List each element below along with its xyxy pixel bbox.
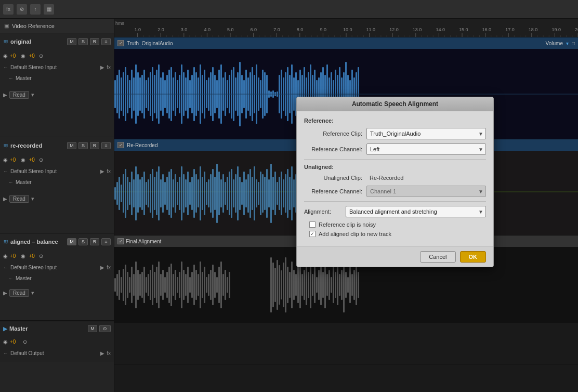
svg-rect-142 [152, 169, 153, 218]
svg-rect-272 [175, 270, 176, 300]
svg-rect-128 [123, 174, 124, 213]
svg-rect-296 [225, 270, 226, 300]
track1-r-button[interactable]: R [90, 38, 99, 45]
track3-menu-button[interactable]: ≡ [101, 238, 111, 245]
svg-rect-257 [143, 267, 145, 303]
svg-rect-191 [254, 166, 255, 220]
svg-rect-287 [206, 277, 207, 293]
track1-read-dropdown[interactable]: ▾ [31, 92, 34, 98]
svg-rect-279 [189, 277, 191, 293]
svg-rect-203 [279, 177, 280, 210]
svg-rect-153 [175, 174, 176, 213]
ok-button[interactable]: OK [460, 251, 487, 263]
svg-rect-147 [162, 174, 164, 213]
reference-channel-dropdown[interactable]: Left ▼ [366, 143, 486, 155]
alignment-dropdown-arrow: ▼ [478, 209, 483, 215]
reference-clip-dropdown[interactable]: Truth_OriginalAudio ▼ [366, 128, 486, 139]
auto-icon[interactable]: ⊘ [17, 4, 27, 15]
svg-rect-301 [274, 268, 276, 302]
svg-rect-199 [270, 164, 272, 223]
track2-name: re-recorded [10, 142, 65, 149]
svg-rect-274 [179, 272, 180, 298]
track1-name: original [10, 38, 65, 45]
track1-volume: +0 [10, 53, 16, 59]
svg-rect-293 [218, 267, 220, 303]
alignment-dropdown[interactable]: Balanced alignment and stretching ▼ [346, 206, 486, 217]
svg-rect-289 [210, 270, 212, 300]
svg-rect-338 [351, 274, 353, 296]
svg-rect-259 [148, 274, 149, 296]
svg-rect-313 [299, 262, 301, 308]
track1-m-button[interactable]: M [67, 38, 76, 45]
svg-rect-283 [198, 274, 199, 296]
svg-rect-275 [181, 262, 182, 308]
svg-rect-196 [264, 177, 266, 210]
track1-input-arrow[interactable]: ▶ [100, 64, 104, 70]
svg-rect-261 [152, 265, 153, 305]
svg-rect-136 [139, 179, 141, 207]
meter-icon[interactable]: ▦ [44, 4, 54, 15]
track3-read-button[interactable]: Read [9, 289, 29, 297]
cancel-button[interactable]: Cancel [420, 251, 455, 263]
master-track-area [114, 323, 578, 364]
noisy-checkbox-label: Reference clip is noisy [319, 221, 376, 228]
noisy-checkbox[interactable] [309, 221, 316, 228]
track1-menu-button[interactable]: ≡ [101, 38, 111, 45]
track-original: ≋ original M S R ≡ ◉ +0 ◉ +0 ⊙ ← Default… [0, 33, 114, 137]
svg-rect-299 [270, 257, 272, 312]
track1-corner-icon[interactable]: □ [572, 41, 575, 46]
master-fx-icon[interactable]: fx [107, 350, 111, 356]
svg-rect-166 [202, 177, 203, 210]
svg-rect-145 [158, 166, 160, 220]
master-output-arrow[interactable]: ▶ [100, 350, 104, 356]
svg-rect-305 [283, 263, 284, 307]
svg-rect-297 [227, 277, 228, 293]
track2-menu-button[interactable]: ≡ [101, 142, 111, 149]
svg-rect-152 [173, 179, 174, 207]
reference-channel-row: Reference Channel: Left ▼ [304, 143, 486, 155]
svg-rect-154 [177, 182, 178, 205]
svg-rect-328 [331, 277, 332, 293]
svg-rect-251 [131, 267, 133, 303]
svg-rect-295 [222, 274, 224, 296]
track1-fx-icon[interactable]: fx [107, 64, 111, 70]
track2-read-dropdown[interactable]: ▾ [31, 195, 34, 202]
track2-m-button[interactable]: M [67, 142, 76, 149]
track3-s-button[interactable]: S [78, 238, 88, 245]
track1-volume-dropdown-arrow[interactable]: ▾ [566, 41, 569, 46]
svg-rect-131 [129, 182, 130, 205]
add-clip-checkbox[interactable] [309, 231, 316, 237]
track3-m-button[interactable]: M [67, 238, 76, 245]
export-icon[interactable]: ↑ [30, 4, 41, 15]
track3-arrow-right: ← [8, 276, 14, 281]
reference-section-label: Reference: [304, 117, 486, 124]
content-area: hms ✓ Truth_OriginalAudio Volume ▾ □ [114, 19, 578, 392]
svg-rect-280 [191, 272, 193, 298]
track2-input-arrow[interactable]: ▶ [100, 168, 104, 174]
unaligned-clip-value: Re-Recorded [366, 174, 486, 181]
track2-fx-icon[interactable]: fx [107, 168, 111, 174]
fx-icon[interactable]: fx [3, 4, 14, 15]
track3-r-button[interactable]: R [90, 238, 99, 245]
svg-rect-315 [304, 270, 305, 300]
master-m-button[interactable]: M [88, 325, 97, 332]
track2-read-button[interactable]: Read [9, 195, 29, 203]
track-rerecorded: ≋ re-recorded M S R ≡ ◉ +0 ◉ +0 ⊙ ← Defa… [0, 137, 114, 233]
svg-rect-163 [195, 174, 197, 213]
track2-s-button[interactable]: S [78, 142, 88, 149]
track1-read-button[interactable]: Read [9, 91, 29, 99]
track3-read-dropdown[interactable]: ▾ [31, 290, 34, 296]
svg-rect-129 [125, 169, 126, 218]
track1-volume-label: Volume [546, 41, 563, 46]
svg-rect-173 [216, 164, 218, 223]
track3-fx-icon[interactable]: fx [107, 265, 111, 270]
master-icon: ▶ [3, 325, 7, 332]
track2-r-button[interactable]: R [90, 142, 99, 149]
svg-rect-206 [285, 174, 286, 213]
svg-rect-247 [123, 269, 124, 301]
track1-s-button[interactable]: S [78, 38, 88, 45]
track3-input-arrow[interactable]: ▶ [100, 265, 104, 270]
speech-alignment-dialog[interactable]: Automatic Speech Alignment Reference: Re… [296, 97, 494, 267]
svg-rect-126 [119, 177, 120, 210]
track3-read-arrow: ▶ [3, 290, 7, 296]
